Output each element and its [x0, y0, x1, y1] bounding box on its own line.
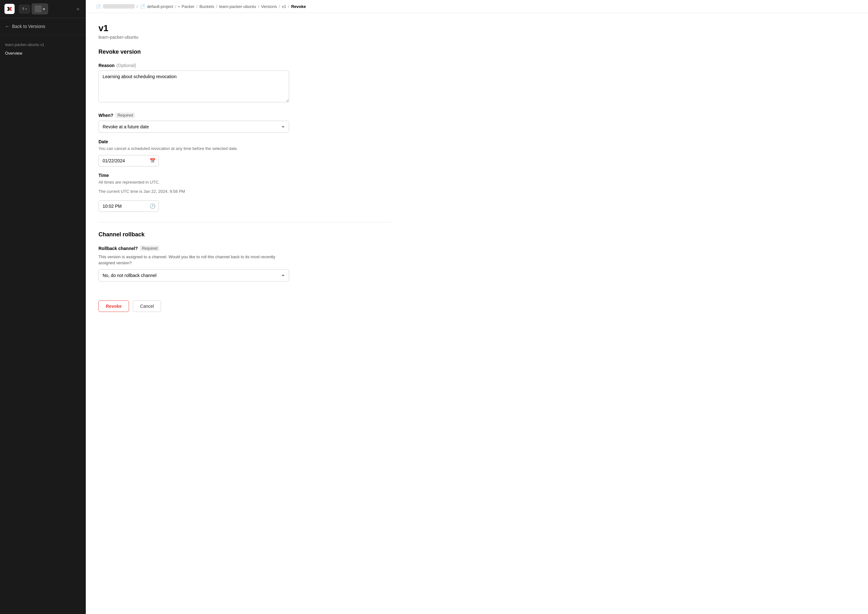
reason-group: Reason (Optional): [98, 63, 391, 104]
channel-rollback-title: Channel rollback: [98, 231, 391, 238]
breadcrumb-bar: 📄 / 📄 default-project / ▪ Packer / Bucke…: [86, 0, 868, 13]
breadcrumb-packer[interactable]: Packer: [182, 4, 194, 9]
when-label: When? Required: [98, 112, 391, 118]
date-label: Date: [98, 139, 391, 144]
page-title: v1: [98, 23, 391, 33]
rollback-required-badge: Required: [140, 245, 160, 251]
sidebar-item-overview[interactable]: Overview: [0, 48, 86, 58]
breadcrumb-file-icon: 📄: [140, 4, 145, 9]
breadcrumb-default-project[interactable]: default-project: [147, 4, 173, 9]
time-desc-1: All times are represented in UTC.: [98, 179, 391, 186]
reason-textarea[interactable]: [98, 71, 289, 102]
breadcrumb-sep-6: /: [279, 4, 280, 9]
date-input[interactable]: [98, 155, 159, 166]
help-chevron-icon: ▾: [25, 7, 27, 11]
when-required-badge: Required: [115, 112, 135, 118]
user-menu-button[interactable]: ▾: [32, 3, 48, 14]
section-title-revoke: Revoke version: [98, 49, 391, 55]
back-label: Back to Versions: [12, 24, 45, 29]
help-button[interactable]: ? ▾: [19, 5, 30, 13]
breadcrumb-learn-packer-ubuntu[interactable]: learn-packer-ubuntu: [219, 4, 256, 9]
rollback-group: Rollback channel? Required This version …: [98, 245, 391, 281]
date-input-wrap: 📅: [98, 155, 159, 166]
back-to-versions-link[interactable]: ← Back to Versions: [0, 18, 86, 35]
time-input[interactable]: [98, 200, 159, 212]
breadcrumb-doc-icon: 📄: [96, 4, 101, 9]
time-subsection: Time All times are represented in UTC. T…: [98, 173, 391, 212]
rollback-label: Rollback channel? Required: [98, 245, 391, 251]
when-label-text: When?: [98, 113, 113, 118]
help-icon: ?: [22, 7, 24, 11]
breadcrumb-sep-3: /: [196, 4, 198, 9]
breadcrumb-sep-4: /: [216, 4, 217, 9]
sidebar-header: ? ▾ ▾ «: [0, 0, 86, 18]
breadcrumb-sep-5: /: [258, 4, 259, 9]
breadcrumb-packer-icon: ▪: [178, 4, 180, 9]
user-avatar: [35, 5, 42, 12]
rollback-label-text: Rollback channel?: [98, 246, 138, 251]
date-desc: You can cancel a scheduled revocation at…: [98, 146, 391, 152]
channel-rollback-section: Channel rollback Rollback channel? Requi…: [98, 222, 391, 281]
nav-breadcrumb: learn-packer-ubuntu v1: [0, 40, 86, 48]
breadcrumb-org: [103, 4, 135, 9]
breadcrumb-versions[interactable]: Versions: [261, 4, 277, 9]
date-subsection: Date You can cancel a scheduled revocati…: [98, 139, 391, 166]
rollback-select[interactable]: No, do not rollback channel Yes, rollbac…: [98, 269, 289, 281]
collapse-sidebar-button[interactable]: «: [74, 5, 82, 13]
breadcrumb-sep-2: /: [175, 4, 176, 9]
sidebar-nav: learn-packer-ubuntu v1 Overview: [0, 35, 86, 63]
breadcrumb-sep-1: /: [137, 4, 138, 9]
reason-label: Reason (Optional): [98, 63, 391, 68]
time-desc-2: The current UTC time is Jan 22, 2024, 9:…: [98, 188, 391, 195]
main-content: 📄 / 📄 default-project / ▪ Packer / Bucke…: [86, 0, 868, 614]
breadcrumb-buckets[interactable]: Buckets: [200, 4, 214, 9]
breadcrumb-sep-7: /: [288, 4, 289, 9]
user-chevron-icon: ▾: [43, 7, 45, 11]
breadcrumb-current: Revoke: [291, 4, 306, 9]
reason-label-text: Reason: [98, 63, 115, 68]
time-label: Time: [98, 173, 391, 178]
when-group: When? Required Revoke at a future date R…: [98, 112, 391, 212]
cancel-button[interactable]: Cancel: [133, 301, 161, 312]
action-buttons: Revoke Cancel: [98, 293, 391, 312]
back-arrow-icon: ←: [5, 24, 9, 29]
page-subtitle: learn-packer-ubuntu: [98, 35, 391, 40]
rollback-desc: This version is assigned to a channel. W…: [98, 254, 289, 266]
header-controls: ? ▾ ▾: [19, 3, 71, 14]
breadcrumb-v1[interactable]: v1: [282, 4, 286, 9]
when-select[interactable]: Revoke at a future date Revoke immediate…: [98, 121, 289, 133]
time-input-wrap: 🕐: [98, 200, 159, 212]
sidebar: ? ▾ ▾ « ← Back to Versions learn-packer-…: [0, 0, 86, 614]
reason-optional: (Optional): [116, 63, 136, 68]
revoke-button[interactable]: Revoke: [98, 301, 129, 312]
logo-icon[interactable]: [4, 3, 15, 15]
page-content: v1 learn-packer-ubuntu Revoke version Re…: [86, 13, 404, 322]
